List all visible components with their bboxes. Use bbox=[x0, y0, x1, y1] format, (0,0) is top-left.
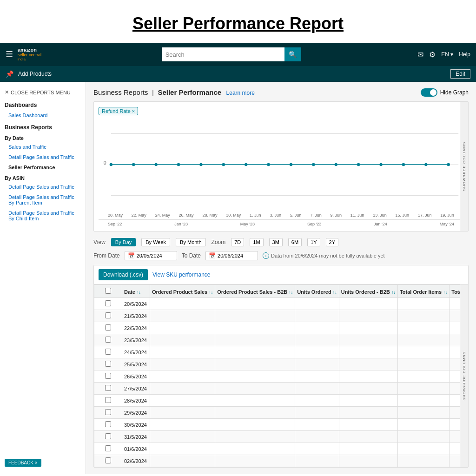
learn-more-link[interactable]: Learn more bbox=[226, 90, 255, 96]
cell-data bbox=[150, 383, 215, 395]
sidebar-item-detail-child[interactable]: Detail Page Sales and Traffic By Child I… bbox=[0, 208, 86, 224]
row-checkbox[interactable] bbox=[105, 397, 111, 403]
cell-data bbox=[150, 395, 215, 407]
th-units-ordered[interactable]: Units Ordered ↑↓ bbox=[295, 285, 339, 298]
cell-data bbox=[295, 322, 339, 334]
close-reports-menu[interactable]: ✕ CLOSE REPORTS MENU bbox=[0, 86, 86, 98]
view-by-day-button[interactable]: By Day bbox=[111, 238, 136, 246]
cell-data bbox=[215, 383, 295, 395]
download-csv-button[interactable]: Download (.csv) bbox=[99, 269, 148, 280]
row-checkbox[interactable] bbox=[105, 373, 111, 379]
page-title-area: Seller Performance Report bbox=[0, 0, 476, 43]
table-row: 22/5/2024 bbox=[94, 322, 469, 334]
th-ordered-product-sales[interactable]: Ordered Product Sales ↑↓ bbox=[150, 285, 215, 298]
row-checkbox[interactable] bbox=[105, 361, 111, 367]
row-checkbox[interactable] bbox=[105, 312, 111, 318]
pin-icon: 📌 bbox=[6, 70, 13, 78]
sidebar-item-detail-parent[interactable]: Detail Page Sales and Traffic By Parent … bbox=[0, 192, 86, 208]
edit-button[interactable]: Edit bbox=[450, 69, 470, 79]
cell-data bbox=[295, 310, 339, 322]
gear-icon[interactable]: ⚙ bbox=[429, 50, 436, 59]
hide-graph-toggle[interactable]: Hide Graph bbox=[421, 88, 469, 97]
row-checkbox[interactable] bbox=[105, 324, 111, 331]
report-area: Business Reports | Seller Performance Le… bbox=[86, 82, 476, 474]
logo-amazon: amazon bbox=[18, 47, 37, 53]
to-date-input[interactable] bbox=[218, 253, 255, 258]
sidebar-item-detail-page-sales[interactable]: Detail Page Sales and Traffic bbox=[0, 152, 86, 162]
th-ordered-product-sales-b2b[interactable]: Ordered Product Sales - B2B ↑↓ bbox=[215, 285, 295, 298]
zoom-6m-button[interactable]: 6M bbox=[288, 238, 302, 246]
row-checkbox[interactable] bbox=[105, 409, 111, 415]
cell-data bbox=[215, 395, 295, 407]
sidebar-item-detail-asin[interactable]: Detail Page Sales and Traffic bbox=[0, 182, 86, 192]
language-selector[interactable]: EN ▾ bbox=[441, 51, 453, 58]
add-products-link[interactable]: Add Products bbox=[18, 71, 52, 77]
svg-point-13 bbox=[312, 163, 315, 166]
main-content: ✕ CLOSE REPORTS MENU Dashboards Sales Da… bbox=[0, 82, 476, 474]
sidebar-business-reports-header: Business Reports bbox=[0, 120, 86, 132]
zoom-2y-button[interactable]: 2Y bbox=[326, 238, 338, 246]
cell-data bbox=[339, 455, 397, 467]
cell-data bbox=[339, 322, 397, 334]
th-date[interactable]: Date ↑↓ bbox=[122, 285, 150, 298]
data-table: Date ↑↓ Ordered Product Sales ↑↓ Ordered… bbox=[94, 284, 468, 467]
row-checkbox[interactable] bbox=[105, 337, 111, 343]
cell-data bbox=[295, 358, 339, 370]
show-hide-table-tab-label: SHOW/HIDE COLUMNS bbox=[462, 351, 466, 400]
zoom-1y-button[interactable]: 1Y bbox=[307, 238, 320, 246]
feedback-badge[interactable]: FEEDBACK × bbox=[5, 459, 41, 467]
show-hide-table-tab[interactable]: SHOW/HIDE COLUMNS bbox=[460, 284, 468, 467]
cell-data bbox=[339, 334, 397, 346]
sidebar-item-sales-traffic[interactable]: Sales and Traffic bbox=[0, 142, 86, 152]
timeline-3: Sep '23 bbox=[307, 222, 321, 226]
row-checkbox[interactable] bbox=[105, 421, 111, 427]
sidebar-item-sales-dashboard[interactable]: Sales Dashboard bbox=[0, 110, 86, 120]
view-by-week-button[interactable]: By Week bbox=[141, 238, 170, 246]
x-label-8: 5. Jun bbox=[290, 213, 302, 218]
line-chart-svg: 0 bbox=[99, 118, 463, 211]
select-all-checkbox[interactable] bbox=[105, 288, 111, 294]
zoom-7d-button[interactable]: 7D bbox=[231, 238, 244, 246]
logo-seller-central: seller central bbox=[18, 53, 41, 57]
table-row: 20/5/2024 bbox=[94, 298, 469, 310]
row-checkbox[interactable] bbox=[105, 457, 111, 463]
row-checkbox[interactable] bbox=[105, 445, 111, 451]
row-checkbox[interactable] bbox=[105, 433, 111, 439]
sidebar-item-seller-performance[interactable]: Seller Performance bbox=[0, 162, 86, 172]
zoom-3m-button[interactable]: 3M bbox=[269, 238, 283, 246]
view-sku-link[interactable]: View SKU performance bbox=[152, 271, 211, 278]
table-row: 02/6/2024 bbox=[94, 455, 469, 467]
cell-data bbox=[397, 298, 449, 310]
x-label-3: 26. May bbox=[179, 213, 194, 218]
view-by-month-button[interactable]: By Month bbox=[176, 238, 205, 246]
x-label-10: 9. Jun bbox=[331, 213, 342, 218]
help-link[interactable]: Help bbox=[459, 51, 470, 58]
breadcrumb-main: Business Reports bbox=[93, 88, 148, 96]
toggle-switch[interactable] bbox=[421, 88, 437, 97]
cell-data bbox=[339, 431, 397, 443]
cell-date: 26/5/2024 bbox=[122, 370, 150, 383]
cell-data bbox=[295, 334, 339, 346]
sidebar-dashboards-header: Dashboards bbox=[0, 98, 86, 110]
from-date-input[interactable] bbox=[137, 253, 174, 258]
cell-data bbox=[150, 298, 215, 310]
chart-filter-tag[interactable]: Refund Rate × bbox=[99, 107, 138, 115]
mail-icon[interactable]: ✉ bbox=[417, 50, 423, 59]
sidebar-by-asin-header: By ASIN bbox=[0, 172, 86, 182]
search-input[interactable] bbox=[162, 47, 284, 61]
row-checkbox[interactable] bbox=[105, 349, 111, 355]
hamburger-icon[interactable]: ☰ bbox=[6, 49, 13, 60]
zoom-1m-button[interactable]: 1M bbox=[250, 238, 263, 246]
x-label-12: 13. Jun bbox=[373, 213, 387, 218]
cell-data bbox=[397, 419, 449, 431]
show-hide-chart-tab[interactable]: SHOW/HIDE COLUMNS bbox=[460, 102, 468, 231]
timeline-2: May '23 bbox=[240, 222, 255, 226]
th-units-ordered-b2b[interactable]: Units Ordered - B2B ↑↓ bbox=[339, 285, 397, 298]
th-total-order-items[interactable]: Total Order Items ↑↓ bbox=[397, 285, 449, 298]
svg-point-5 bbox=[132, 163, 135, 166]
search-button[interactable]: 🔍 bbox=[284, 47, 301, 61]
svg-point-6 bbox=[154, 163, 157, 166]
row-checkbox[interactable] bbox=[105, 385, 111, 391]
row-checkbox[interactable] bbox=[105, 300, 111, 306]
cell-data bbox=[150, 358, 215, 370]
